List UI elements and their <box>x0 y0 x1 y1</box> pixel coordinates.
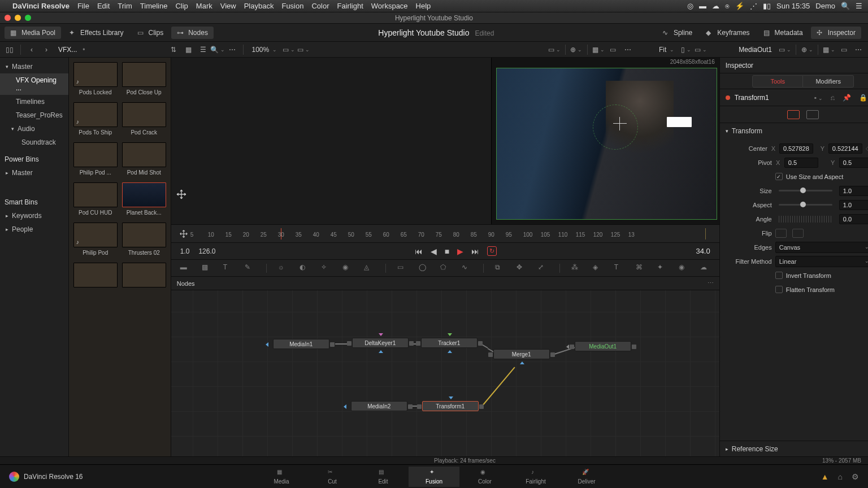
clip-item[interactable]: ♪Pods Locked <box>73 62 118 95</box>
clip-item[interactable]: Pod Crack <box>122 102 166 136</box>
range-start[interactable]: 1.0 <box>180 247 190 255</box>
page-color[interactable]: ◉Color <box>459 467 510 487</box>
transform-center[interactable] <box>612 116 628 132</box>
goto-start-button[interactable]: ⏮ <box>415 247 423 256</box>
section-reference-size[interactable]: ▸Reference Size <box>720 441 868 456</box>
center-x-input[interactable]: 0.527828 <box>779 143 813 154</box>
viewer-opt-icon[interactable]: ⊕⌄ <box>801 43 813 56</box>
fx-fastnoise-icon[interactable]: ▩ <box>202 263 212 273</box>
fx-mask-ellipse-icon[interactable]: ◯ <box>419 263 429 273</box>
menu-mark[interactable]: Mark <box>196 2 212 10</box>
sys-search-icon[interactable]: 🔍 <box>841 2 850 10</box>
loop-button[interactable]: ↻ <box>487 246 497 256</box>
page-media[interactable]: ▦Media <box>256 467 307 487</box>
keyframe-icon[interactable]: ◇▸ <box>866 145 868 151</box>
fx-particles-icon[interactable]: ⁂ <box>571 263 581 273</box>
menu-playback[interactable]: Playback <box>244 2 274 10</box>
warning-icon[interactable]: ▲ <box>821 472 829 481</box>
sys-icon[interactable]: ⚡ <box>735 2 744 10</box>
keyframes-toggle[interactable]: ◆Keyframes <box>700 27 755 39</box>
menu-edit[interactable]: Edit <box>97 2 110 10</box>
fx-paint-icon[interactable]: ✎ <box>245 263 255 273</box>
viewer-opt-icon[interactable]: ▦⌄ <box>823 43 835 56</box>
sys-user[interactable]: Demo <box>815 2 835 10</box>
node-mediain2[interactable]: MediaIn2 <box>351 401 407 411</box>
list-view-icon[interactable]: ☰ <box>197 43 209 56</box>
clip-item[interactable]: Pod CU HUD <box>73 182 118 216</box>
menu-timeline[interactable]: Timeline <box>140 2 168 10</box>
powerbin-master[interactable]: ▸Master <box>0 166 68 180</box>
sys-clock[interactable]: Sun 15:35 <box>776 2 810 10</box>
sys-icon[interactable]: ▬ <box>699 2 706 10</box>
size-slider[interactable] <box>779 190 832 191</box>
viewer-opt-icon[interactable]: ⊕⌄ <box>570 43 583 56</box>
use-size-aspect-checkbox[interactable]: ✓ <box>775 173 783 180</box>
viewer-a-icon[interactable]: ▭⌄ <box>548 43 561 56</box>
filter-dropdown[interactable]: Linear⌄ <box>775 256 868 267</box>
page-cut[interactable]: ✂Cut <box>307 467 358 487</box>
fx-background-icon[interactable]: ▬ <box>180 263 190 273</box>
spline-toggle[interactable]: ∿Spline <box>657 27 698 39</box>
page-deliver[interactable]: 🚀Deliver <box>561 467 612 487</box>
fx-transform-icon[interactable]: ✥ <box>517 263 527 273</box>
inspector-tab-modifiers[interactable]: Modifiers <box>803 75 854 88</box>
minimize-window-button[interactable] <box>15 15 21 21</box>
fx-mask-bspline-icon[interactable]: ∿ <box>462 263 472 273</box>
page-fairlight[interactable]: ♪Fairlight <box>510 467 561 487</box>
aspect-slider[interactable] <box>779 204 832 206</box>
clip-item[interactable] <box>73 263 118 290</box>
inspector-toggle[interactable]: ✣Inspector <box>811 27 861 39</box>
goto-end-button[interactable]: ⏭ <box>471 247 479 256</box>
page-edit[interactable]: ▤Edit <box>358 467 409 487</box>
settings-icon[interactable]: ⚙ <box>852 472 859 481</box>
viewer-opt-icon[interactable]: ▦⌄ <box>592 43 605 56</box>
node-tracker1[interactable]: Tracker1 <box>421 338 478 348</box>
breadcrumb[interactable]: VFX... <box>55 46 80 54</box>
sys-icon[interactable]: ◎ <box>687 2 693 10</box>
step-back-button[interactable]: ◀ <box>431 247 437 256</box>
home-icon[interactable]: ⌂ <box>838 472 843 481</box>
zoom-window-button[interactable] <box>25 15 31 21</box>
fx-text3d-icon[interactable]: T <box>614 263 624 273</box>
viewer-b-icon[interactable]: ▭⌄ <box>779 43 791 56</box>
bin-teaser[interactable]: Teaser_ProRes <box>0 108 68 122</box>
more-icon[interactable]: ⋯ <box>852 43 865 56</box>
menu-clip[interactable]: Clip <box>175 2 188 10</box>
sys-menu-icon[interactable]: ☰ <box>856 2 862 10</box>
menu-trim[interactable]: Trim <box>118 2 132 10</box>
clip-item[interactable]: Pod Mid Shot <box>122 142 166 176</box>
viewer-opt-icon[interactable]: ▭ <box>837 43 850 56</box>
menu-workspace[interactable]: Workspace <box>371 2 408 10</box>
fx-cloud-icon[interactable]: ☁ <box>700 263 710 273</box>
inspector-mode-controls[interactable] <box>787 110 800 119</box>
center-y-input[interactable]: 0.522144 <box>828 143 862 154</box>
zoom-dropdown[interactable]: 100%⌄ <box>248 46 280 54</box>
clip-item[interactable]: Planet Back... <box>122 182 166 216</box>
fx-3d-icon[interactable]: ◈ <box>593 263 603 273</box>
clip-item[interactable]: ♪Pods To Ship <box>73 102 118 136</box>
viewer-b[interactable]: 2048x858xfloat16 <box>491 58 719 224</box>
app-name[interactable]: DaVinci Resolve <box>12 2 70 10</box>
close-window-button[interactable] <box>5 15 11 21</box>
fx-hue-icon[interactable]: ✧ <box>321 263 331 273</box>
viewer-a[interactable] <box>171 58 491 224</box>
bin-audio[interactable]: ▾Audio <box>0 122 68 136</box>
node-graph[interactable]: MediaIn1 DeltaKeyer1 Tracker1 Merge1 Med… <box>171 290 719 456</box>
menu-fusion[interactable]: Fusion <box>281 2 303 10</box>
menu-view[interactable]: View <box>220 2 236 10</box>
angle-input[interactable]: 0.0 <box>839 214 868 224</box>
metadata-toggle[interactable]: ▤Metadata <box>758 27 809 39</box>
clips-toggle[interactable]: ▭Clips <box>132 27 170 39</box>
fx-colorcorrect-icon[interactable]: ◐ <box>300 263 310 273</box>
menu-file[interactable]: File <box>77 2 89 10</box>
nav-forward-icon[interactable]: › <box>40 43 53 56</box>
nav-back-icon[interactable]: ‹ <box>25 43 38 56</box>
fx-merge-icon[interactable]: ⧉ <box>495 263 505 273</box>
bin-master[interactable]: ▾Master <box>0 60 68 73</box>
tool-icon[interactable]: ▭⌄ <box>297 43 310 56</box>
more-icon[interactable]: ⋯ <box>226 43 238 56</box>
sys-icon[interactable]: ⍟ <box>725 2 730 10</box>
size-input[interactable]: 1.0 <box>839 186 868 196</box>
inspector-tab-tools[interactable]: Tools <box>752 75 803 88</box>
fx-text-icon[interactable]: T <box>223 263 233 273</box>
